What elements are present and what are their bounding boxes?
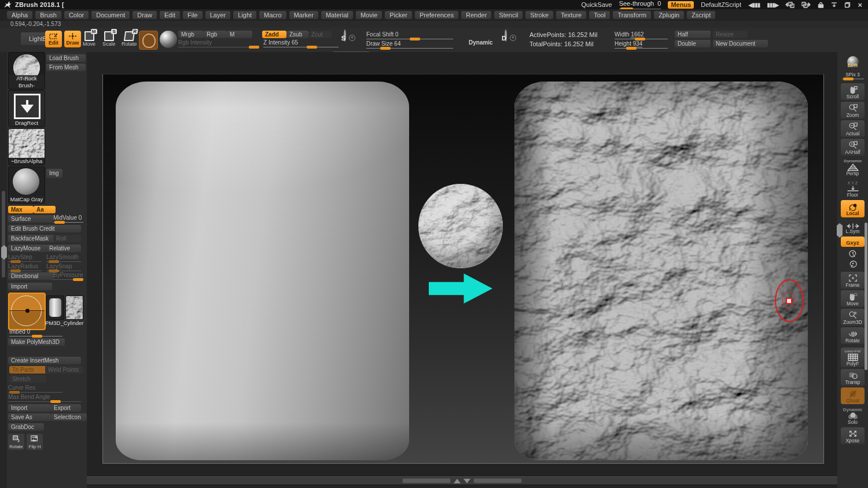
zoom3d-button[interactable]: Zoom3D xyxy=(841,309,865,326)
stroke-selector[interactable]: +S xyxy=(344,31,346,41)
right-panel-divider-icon[interactable] xyxy=(837,225,843,236)
document-viewport[interactable] xyxy=(102,74,824,464)
roll-button[interactable]: Roll xyxy=(53,235,81,242)
rotate-3d-button[interactable]: Rotate xyxy=(841,327,865,344)
menu-zscript[interactable]: Zscript xyxy=(687,11,715,19)
stroke-type-thumbnail[interactable]: DragRect xyxy=(8,90,45,127)
img-button[interactable]: Img xyxy=(46,169,62,178)
surface-button[interactable]: Surface xyxy=(8,215,53,223)
tray-down-icon[interactable] xyxy=(464,479,470,483)
menu-alpha[interactable]: Alpha xyxy=(7,11,32,19)
restore-icon[interactable] xyxy=(844,2,851,8)
rotate-ccw-icon[interactable] xyxy=(841,249,865,257)
floor-button[interactable]: X Y Z Floor xyxy=(841,179,865,198)
move-3d-button[interactable]: Move xyxy=(841,290,865,307)
doc-hscroll-left[interactable] xyxy=(402,478,451,483)
current-brush-thumbnail[interactable]: AT-Rock Brush- xyxy=(8,52,45,90)
menu-color[interactable]: Color xyxy=(64,11,89,19)
tri-parts-button[interactable]: Tri Parts xyxy=(9,366,46,374)
menu-stroke[interactable]: Stroke xyxy=(525,11,553,19)
gxyz-button[interactable]: Gxyz xyxy=(841,236,865,247)
menu-picker[interactable]: Picker xyxy=(385,11,412,19)
half-button[interactable]: Half xyxy=(675,31,711,38)
menu-light[interactable]: Light xyxy=(233,11,256,19)
m-button[interactable]: M xyxy=(227,31,252,38)
menu-tool[interactable]: Tool xyxy=(589,11,610,19)
resize-button[interactable]: Resize xyxy=(713,31,748,38)
import-brush-button[interactable]: Import xyxy=(8,283,52,290)
menu-document[interactable]: Document xyxy=(91,11,130,19)
stretch-button[interactable]: Stretch xyxy=(9,375,46,383)
document-width-slider[interactable]: Width 1662 xyxy=(615,31,668,39)
lazymouse-button[interactable]: LazyMouse xyxy=(8,245,47,252)
aa-button[interactable]: Aa xyxy=(34,206,56,213)
persp-button[interactable]: Dynamic Persp xyxy=(841,157,865,177)
zsub-button[interactable]: Zsub xyxy=(286,31,308,38)
aahalf-button[interactable]: AAHalf xyxy=(841,139,865,156)
tool-thumbnail-rock[interactable] xyxy=(65,295,83,320)
tool-thumbnail-smooth[interactable] xyxy=(46,295,64,320)
menu-material[interactable]: Material xyxy=(321,11,353,19)
tray-up-icon[interactable] xyxy=(454,479,461,483)
document-height-slider[interactable]: Height 934 xyxy=(615,40,668,49)
menu-stencil[interactable]: Stencil xyxy=(494,11,523,19)
defaultzscript-button[interactable]: DefaultZScript xyxy=(701,1,741,8)
spix-slider[interactable]: SPix 3 xyxy=(841,71,865,82)
lazystep-slider[interactable]: LazyStep xyxy=(8,254,42,262)
minimize-icon[interactable] xyxy=(831,2,837,8)
close-icon[interactable]: × xyxy=(858,1,862,9)
rotate-cw-icon[interactable] xyxy=(841,259,865,268)
left-panel-scrollbar[interactable] xyxy=(2,191,5,278)
zoom-button[interactable]: Zoom xyxy=(841,102,865,119)
directional-button[interactable]: Directional xyxy=(8,272,54,280)
bpr-button[interactable]: BPR xyxy=(841,54,865,69)
brush-curve-preview[interactable] xyxy=(8,293,46,330)
cylinder-before[interactable] xyxy=(116,82,409,460)
rotate-button[interactable]: R Rotate xyxy=(122,31,137,47)
rotate-icon-button[interactable]: Rotate xyxy=(8,434,24,450)
make-polymesh3d-button[interactable]: Make PolyMesh3D xyxy=(8,338,65,346)
solo-button[interactable]: Dynamic Solo xyxy=(841,406,865,426)
rgb-button[interactable]: Rgb xyxy=(204,31,227,38)
import-tool-button[interactable]: Import xyxy=(8,404,51,412)
midvalue-slider[interactable]: MidValue 0 xyxy=(53,215,83,223)
menu-render[interactable]: Render xyxy=(461,11,491,19)
dynamic-mode-toggle[interactable]: Dynamic xyxy=(469,39,493,46)
double-button[interactable]: Double xyxy=(675,40,711,47)
backfacemask-button[interactable]: BackfaceMask xyxy=(8,235,56,242)
local-button[interactable]: Local xyxy=(841,200,865,217)
imbed-slider[interactable]: Imbed 0 xyxy=(9,328,62,337)
lsym-button[interactable]: L.Sym xyxy=(841,221,865,235)
max-button[interactable]: Max xyxy=(8,206,34,213)
relative-button[interactable]: Relative xyxy=(46,245,81,252)
window-cascade-right-icon[interactable] xyxy=(801,2,811,8)
export-tool-button[interactable]: Export xyxy=(51,404,81,412)
create-insertmesh-button[interactable]: Create InsertMesh xyxy=(8,357,81,364)
menu-zplugin[interactable]: Zplugin xyxy=(654,11,684,19)
alpha-thumbnail[interactable]: ~BrushAlpha xyxy=(8,128,45,165)
panel-divider-collapse-icon[interactable] xyxy=(1,247,7,258)
menu-texture[interactable]: Texture xyxy=(556,11,586,19)
save-as-button[interactable]: Save As xyxy=(8,413,51,421)
ghost-button[interactable]: Ghost xyxy=(841,387,865,404)
menu-draw[interactable]: Draw xyxy=(133,11,157,19)
lazysmooth-slider[interactable]: LazySmooth xyxy=(46,254,81,262)
menu-edit[interactable]: Edit xyxy=(160,11,180,19)
frame-button[interactable]: Frame xyxy=(841,272,865,289)
zadd-button[interactable]: Zadd xyxy=(262,31,286,38)
grabdoc-button[interactable]: GrabDoc xyxy=(8,423,44,431)
edit-brush-credit-button[interactable]: Edit Brush Credit xyxy=(8,225,81,232)
window-cascade-left-icon[interactable] xyxy=(785,2,795,8)
flip-h-icon-button[interactable]: Flip H xyxy=(27,434,43,450)
move-button[interactable]: M Move xyxy=(83,31,95,47)
draw-button[interactable]: Draw xyxy=(64,31,81,47)
shelf-shift-right-icon[interactable]: ▮▮▮▶ xyxy=(767,2,778,8)
new-document-button[interactable]: New Document xyxy=(713,40,768,47)
scroll-button[interactable]: Scroll xyxy=(841,83,865,100)
curve-res-slider[interactable]: Curve Res xyxy=(8,385,62,393)
lazyradius-slider[interactable]: LazyRadius xyxy=(8,263,42,271)
lazysnap-slider[interactable]: LazySnap xyxy=(46,263,81,271)
focal-shift-slider[interactable]: Focal Shift 0 xyxy=(366,31,453,39)
load-brush-button[interactable]: Load Brush xyxy=(46,54,86,62)
xpose-button[interactable]: Xpose xyxy=(841,427,865,444)
